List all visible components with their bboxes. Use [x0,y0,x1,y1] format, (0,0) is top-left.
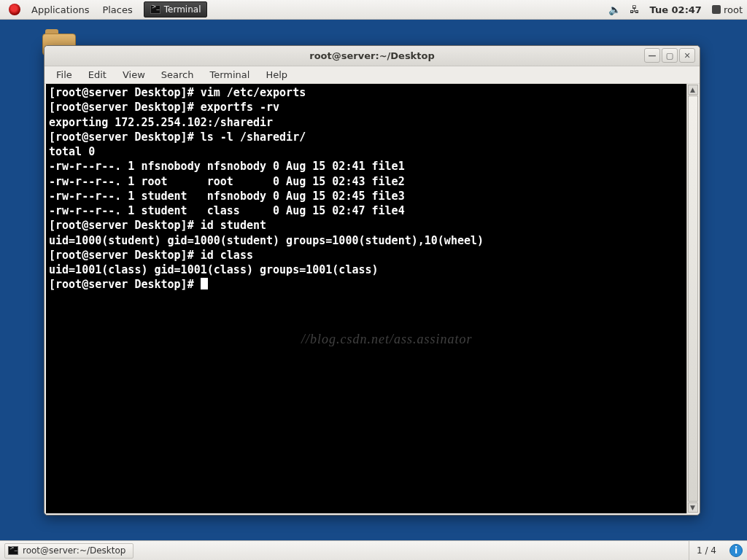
info-icon[interactable]: i [729,544,743,557]
taskbar-terminal-label: Terminal [164,4,201,15]
terminal-output[interactable]: [root@server Desktop]# vim /etc/exports … [46,84,686,513]
menu-edit[interactable]: Edit [81,68,114,82]
terminal-menubar: File Edit View Search Terminal Help [44,66,700,84]
menu-search[interactable]: Search [154,68,201,82]
power-icon [712,5,721,14]
scroll-down-icon[interactable]: ▼ [688,502,698,513]
terminal-icon [150,5,160,14]
window-close-button[interactable]: ✕ [679,48,695,63]
terminal-window: root@server:~/Desktop — ▢ ✕ File Edit Vi… [44,45,700,516]
user-label: root [724,4,743,15]
menu-terminal[interactable]: Terminal [202,68,257,82]
workspace-indicator[interactable]: 1 / 4 [689,541,724,560]
places-menu[interactable]: Places [96,4,139,15]
terminal-area[interactable]: [root@server Desktop]# vim /etc/exports … [46,84,698,513]
terminal-icon [8,546,18,555]
bottom-panel: root@server:~/Desktop 1 / 4 i [0,540,747,560]
window-title: root@server:~/Desktop [309,50,434,61]
user-menu[interactable]: root [712,4,743,15]
menu-help[interactable]: Help [258,68,295,82]
scroll-up-icon[interactable]: ▲ [688,85,698,95]
window-titlebar[interactable]: root@server:~/Desktop — ▢ ✕ [44,46,700,66]
taskbar-terminal-button[interactable]: Terminal [144,1,208,18]
volume-icon[interactable]: 🔈 [608,4,621,15]
menu-view[interactable]: View [115,68,152,82]
clock[interactable]: Tue 02:47 [650,4,702,15]
window-maximize-button[interactable]: ▢ [662,48,678,63]
window-minimize-button[interactable]: — [644,48,660,63]
scroll-thumb[interactable] [688,96,698,502]
distro-logo-icon [9,4,20,15]
bottom-task-label: root@server:~/Desktop [23,545,125,556]
bottom-task-button[interactable]: root@server:~/Desktop [4,543,133,559]
network-icon[interactable]: 🖧 [630,4,640,15]
top-panel: Applications Places Terminal 🔈 🖧 Tue 02:… [0,0,747,20]
menu-file[interactable]: File [49,68,80,82]
applications-menu[interactable]: Applications [25,4,96,15]
terminal-scrollbar[interactable]: ▲ ▼ [686,84,698,513]
